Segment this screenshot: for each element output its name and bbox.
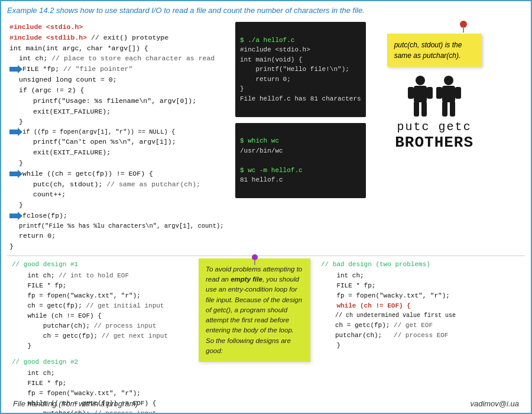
code-line-4: int ch; // place to store each character… [9,53,227,64]
code-line-3: int main(int argc, char *argv[]) { [9,43,227,54]
person-figure-2 [436,75,461,118]
code-line-20: printf("File %s has %lu characters\n", a… [9,221,227,231]
footer-title: File handling (from within a program) [13,399,138,408]
svg-rect-8 [408,87,414,99]
svg-marker-1 [9,128,22,136]
sticky-note-content: putc(ch, stdout) is the same as putchar(… [387,34,482,67]
gd1-line6: putchar(ch); // process input [12,321,186,331]
brothers-figures [408,75,461,118]
code-line-22: } [9,241,227,252]
code-line-12: printf("Can't open %s\n", argv[1]); [9,137,227,147]
gd2-line2: FILE * fp; [12,379,186,389]
gd1-line8: } [12,341,186,351]
svg-rect-14 [436,87,442,99]
arrow-icon-2 [9,128,22,136]
code-line-19: fclose(fp); [22,211,67,221]
bd-line2: FILE * fp; [321,281,523,291]
svg-rect-11 [421,101,427,117]
gd1-line4: ch = getc(fp); // get initial input [12,301,186,311]
brothers-text: BROTHERS [395,134,473,151]
svg-rect-7 [414,86,427,102]
svg-point-12 [444,76,453,85]
code-line-18: } [9,200,227,211]
bad-design-comment: // bad design (two problems) [321,260,523,270]
code-line-15: while ((ch = getc(fp)) != EOF) { [22,169,153,179]
divider [7,255,525,256]
svg-marker-2 [9,170,22,178]
brothers-logo: putc getc BROTHERS [395,75,473,151]
gd1-line2: FILE * fp; [12,281,186,291]
code-line-17: count++; [9,189,227,200]
code-line-16: putc(ch, stdout); // same as putchar(ch)… [9,179,227,190]
code-line-5: FILE *fp; // "file pointer" [22,64,132,75]
bd-line1: int ch; [321,271,523,281]
right-area: putc(ch, stdout) is the same as putchar(… [369,20,499,254]
middle-sticky-text: To avoid problems attempting to read an … [206,266,302,354]
pin-icon-middle [250,254,259,268]
svg-rect-16 [442,101,447,117]
code-line-8: printf("Usage: %s filename\n", argv[0]); [9,96,227,106]
good-design-2-comment: // good design #2 [12,357,186,367]
code-line-19-row: fclose(fp); [9,211,227,221]
gd2-line5: putchar(ch); // process input [12,409,186,414]
gd2-line3: fp = fopen("wacky.txt", "r"); [12,389,186,399]
code-line-14: } [9,158,227,169]
sticky-note-text: putc(ch, stdout) is the same as putchar(… [394,41,462,60]
gd1-line3: fp = fopen("wacky.txt", "r"); [12,291,186,301]
code-line-1: #include <stdio.h> [9,22,227,33]
svg-marker-3 [9,212,22,220]
gd1-line5: while (ch != EOF) { [12,311,186,321]
good-designs-area: // good design #1 int ch; // int to hold… [7,258,190,414]
svg-rect-5 [463,27,464,33]
svg-point-18 [252,254,258,260]
svg-rect-17 [450,101,455,117]
bd-line8: } [321,341,523,351]
svg-marker-0 [9,65,22,73]
bd-line5: // ch undetermined value first use [321,311,523,321]
svg-rect-19 [254,260,255,265]
code-line-6: unsigned long count = 0; [9,75,227,85]
code-line-11: if ((fp = fopen(argv[1], "r")) == NULL) … [22,127,175,137]
terminal-1: $ ./a hellof.c #include <stdio.h> int ma… [235,22,366,117]
left-code-area: #include <stdio.h> #include <stdlib.h> /… [1,20,232,254]
svg-rect-13 [442,86,455,102]
bad-design-area: // bad design (two problems) int ch; FIL… [319,258,525,414]
svg-rect-15 [455,87,461,99]
bd-line6: ch = getc(fp); // get EOF [321,321,523,331]
code-line-21: return 0; [9,231,227,241]
person-figure-1 [408,75,433,118]
code-line-2: #include <stdlib.h> // exit() prototype [9,33,227,43]
header-text: Example 14.2 shows how to use standard I… [7,6,365,15]
code-line-9: exit(EXIT_FAILURE); [9,106,227,117]
code-line-11-row: if ((fp = fopen(argv[1], "r")) == NULL) … [9,127,227,137]
svg-point-6 [416,76,425,85]
bd-line7: putchar(ch); // process EOF [321,331,523,341]
footer-author: vadimov@i.ua [470,399,519,408]
gd1-line1: int ch; // int to hold EOF [12,271,186,281]
bd-line3: fp = fopen("wacky.txt", "r"); [321,291,523,301]
gd2-line1: int ch; [12,368,186,379]
bottom-area: // good design #1 int ch; // int to hold… [1,257,531,414]
code-line-7: if (argc != 2) { [9,85,227,96]
code-line-15-row: while ((ch = getc(fp)) != EOF) { [9,169,227,179]
header-bar: Example 14.2 shows how to use standard I… [1,1,531,17]
arrow-icon-4 [9,212,22,220]
good-design-1-comment: // good design #1 [12,260,186,270]
code-line-10: } [9,117,227,127]
pin-icon [458,21,469,36]
terminal-2: $ which wc /usr/bin/wc $ wc -m hellof.c … [235,123,366,199]
gd1-line7: ch = getc(fp); // get next input [12,331,186,341]
putc-getc-text: putc getc [397,120,472,134]
svg-rect-10 [414,101,419,117]
sticky-note-top: putc(ch, stdout) is the same as putchar(… [387,28,482,67]
code-line-13: exit(EXIT_FAILURE); [9,147,227,158]
middle-sticky-content: To avoid problems attempting to read an … [199,258,310,362]
bd-line4: while (ch != EOF) { [321,301,523,311]
middle-sticky-wrapper: To avoid problems attempting to read an … [194,258,315,414]
code-line-5-row: FILE *fp; // "file pointer" [9,64,227,75]
arrow-icon-3 [9,170,22,178]
footer: File handling (from within a program) va… [1,399,531,408]
main-area: #include <stdio.h> #include <stdlib.h> /… [1,17,531,254]
middle-terminals-area: $ ./a hellof.c #include <stdio.h> int ma… [232,20,369,254]
arrow-icon-1 [9,65,22,73]
